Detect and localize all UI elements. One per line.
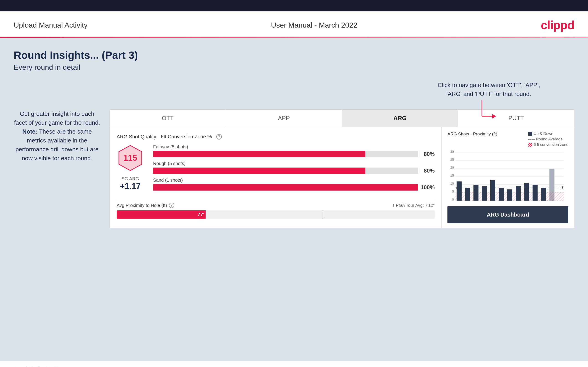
score-section: 115 SG ARG +1.17 <box>117 144 435 194</box>
svg-text:0: 0 <box>452 198 454 201</box>
clippd-logo: clippd <box>541 18 574 32</box>
hexagon-value: 115 <box>123 153 137 163</box>
bars-section: Fairway (5 shots) 80% <box>153 144 435 194</box>
legend-up-down: Up & Down <box>528 132 568 136</box>
note-label: Note: <box>22 128 37 135</box>
svg-rect-33 <box>541 188 546 200</box>
user-manual-label: User Manual - March 2022 <box>271 21 357 29</box>
svg-rect-26 <box>482 186 487 200</box>
bar-pct-fairway: 80% <box>421 151 435 157</box>
bar-fill-fairway <box>153 151 365 157</box>
svg-text:10: 10 <box>450 182 454 185</box>
svg-text:25: 25 <box>450 158 454 161</box>
nav-annotation-text: Click to navigate between 'OTT', 'APP','… <box>438 81 540 99</box>
upload-manual-title: Upload Manual Activity <box>14 21 88 29</box>
bar-pct-rough: 80% <box>421 167 435 174</box>
header-right: clippd <box>541 18 574 32</box>
pga-avg: ↑ PGA Tour Avg: 7'10" <box>392 203 435 208</box>
bar-track-fairway <box>153 151 418 157</box>
proximity-bar-track: 77' <box>117 210 435 219</box>
legend-round-avg: Round Average <box>528 137 568 142</box>
proximity-cursor <box>323 210 323 219</box>
legend-box-updown <box>528 132 532 136</box>
bar-row-rough: Rough (5 shots) 80% <box>153 161 435 174</box>
svg-rect-23 <box>457 182 462 200</box>
bar-label-rough: Rough (5 shots) <box>153 161 435 166</box>
svg-marker-2 <box>492 114 496 118</box>
legend-label-6ft: 6 ft conversion zone <box>534 142 568 147</box>
sg-label: SG ARG <box>120 176 140 182</box>
proximity-header: Avg Proximity to Hole (ft) ? ↑ PGA Tour … <box>117 203 435 208</box>
conversion-label: 6ft Conversion Zone % <box>161 134 212 140</box>
legend-hatch-box <box>528 143 532 147</box>
svg-rect-35 <box>549 192 554 200</box>
chart-title: ARG Shots - Proximity (ft) <box>448 132 497 137</box>
chart-area: 0 5 10 15 20 25 30 <box>448 150 568 204</box>
bar-label-sand: Sand (1 shots) <box>153 178 435 183</box>
header-left: Upload Manual Activity <box>14 21 88 29</box>
legend-label-round-avg: Round Average <box>536 137 563 142</box>
svg-rect-24 <box>465 188 470 200</box>
card-right-section: ARG Shots - Proximity (ft) Up & Down Rou… <box>442 127 574 228</box>
dashboard-card: OTT APP ARG PUTT <box>110 109 574 228</box>
proximity-bar-value: 77' <box>198 212 204 217</box>
svg-text:30: 30 <box>450 150 454 153</box>
bar-fill-sand <box>153 184 418 191</box>
chart-legend: Up & Down Round Average 6 ft conversion … <box>528 132 568 147</box>
card-left-section: ARG Shot Quality 6ft Conversion Zone % ? <box>110 127 442 228</box>
proximity-label: Avg Proximity to Hole (ft) <box>117 203 167 208</box>
main-content: Round Insights... (Part 3) Every round i… <box>0 38 588 361</box>
page-title: Round Insights... (Part 3) <box>14 49 574 61</box>
svg-rect-29 <box>507 189 512 200</box>
right-panel: OTT APP ARG PUTT <box>110 109 574 228</box>
bar-row-sand: Sand (1 shots) 100% <box>153 178 435 191</box>
legend-label-updown: Up & Down <box>534 132 553 136</box>
svg-text:15: 15 <box>450 174 454 177</box>
svg-rect-25 <box>474 185 478 200</box>
quality-label: ARG Shot Quality <box>117 134 156 140</box>
proximity-bar-fill: 77' <box>117 210 206 219</box>
bar-track-sand <box>153 184 418 191</box>
sg-section: SG ARG +1.17 <box>120 176 140 191</box>
sg-value: +1.17 <box>120 182 140 191</box>
svg-rect-30 <box>516 186 521 200</box>
quality-header: ARG Shot Quality 6ft Conversion Zone % ? <box>117 134 435 140</box>
page-subtitle: Every round in detail <box>14 63 574 72</box>
arg-dashboard-button[interactable]: ARG Dashboard <box>448 206 568 223</box>
bar-row-fairway: Fairway (5 shots) 80% <box>153 144 435 157</box>
hexagon-score: 115 <box>117 144 144 172</box>
nav-arrow-icon <box>480 100 498 123</box>
arg-chart-svg: 0 5 10 15 20 25 30 <box>448 150 566 203</box>
footer: Copyright Clippd 2021 <box>0 361 588 367</box>
card-body: ARG Shot Quality 6ft Conversion Zone % ? <box>110 127 574 228</box>
hexagon-container: 115 SG ARG +1.17 <box>117 144 144 191</box>
proximity-help-icon[interactable]: ? <box>169 203 174 208</box>
svg-rect-31 <box>524 183 529 200</box>
legend-6ft-zone: 6 ft conversion zone <box>528 142 568 147</box>
bar-pct-sand: 100% <box>421 184 435 191</box>
header: Upload Manual Activity User Manual - Mar… <box>0 11 588 37</box>
bar-label-fairway: Fairway (5 shots) <box>153 144 435 150</box>
svg-rect-27 <box>490 180 495 200</box>
chart-header: ARG Shots - Proximity (ft) Up & Down Rou… <box>448 132 568 147</box>
svg-text:20: 20 <box>450 166 454 169</box>
proximity-section: Avg Proximity to Hole (ft) ? ↑ PGA Tour … <box>117 199 435 219</box>
svg-text:5: 5 <box>452 190 454 193</box>
svg-rect-28 <box>499 188 504 200</box>
copyright-text: Copyright Clippd 2021 <box>14 366 59 367</box>
header-center: User Manual - March 2022 <box>271 21 357 29</box>
top-bar <box>0 0 588 11</box>
bar-fill-rough <box>153 167 365 174</box>
legend-dashed-line <box>528 139 535 140</box>
svg-text:8: 8 <box>562 186 563 189</box>
help-icon[interactable]: ? <box>216 134 222 140</box>
svg-rect-32 <box>533 185 537 200</box>
bar-track-rough <box>153 167 418 174</box>
